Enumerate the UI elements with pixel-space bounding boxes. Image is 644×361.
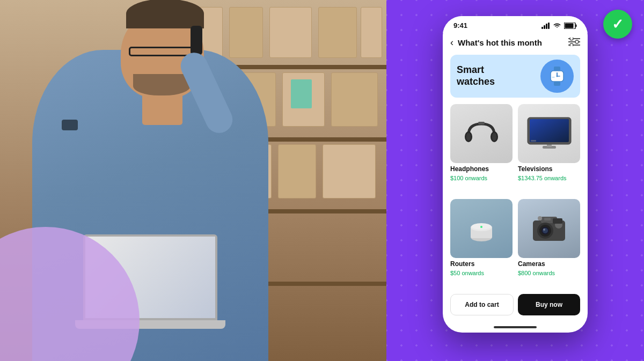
product-name-cameras: Cameras	[518, 260, 580, 268]
phone-time: 9:41	[453, 21, 467, 30]
product-name-routers: Routers	[450, 260, 513, 268]
person-glasses	[129, 47, 193, 56]
person-phone	[191, 26, 202, 55]
box	[361, 7, 382, 57]
svg-rect-15	[554, 82, 560, 86]
product-card-headphones[interactable]: Headphones $100 onwards	[450, 104, 513, 194]
svg-point-45	[538, 216, 542, 220]
product-name-televisions: Televisions	[518, 165, 580, 173]
svg-rect-47	[553, 218, 562, 224]
svg-point-44	[543, 229, 545, 231]
product-image-televisions	[518, 104, 580, 163]
product-card-routers[interactable]: Routers $50 onwards	[450, 199, 513, 289]
check-icon: ✓	[612, 17, 624, 31]
check-badge: ✓	[603, 10, 632, 39]
svg-point-11	[575, 40, 579, 43]
svg-rect-2	[546, 24, 547, 29]
smart-watches-banner[interactable]: Smart watches	[450, 55, 580, 98]
buy-now-button[interactable]: Buy now	[518, 294, 580, 315]
banner-title-line1: Smart	[457, 64, 495, 76]
svg-rect-13	[554, 67, 560, 71]
filter-button[interactable]	[568, 38, 580, 48]
phone-header-left: ‹ What's hot this month	[450, 37, 542, 48]
product-price-cameras: $800 onwards	[518, 270, 580, 276]
wifi-icon	[553, 23, 561, 29]
product-price-televisions: $1343.75 onwards	[518, 175, 580, 181]
smartwatch-icon	[546, 65, 568, 87]
svg-point-10	[570, 38, 573, 40]
phone-status-bar: 9:41	[443, 16, 588, 33]
svg-rect-5	[576, 24, 577, 27]
svg-rect-48	[544, 218, 551, 220]
svg-rect-1	[544, 25, 545, 29]
svg-rect-6	[565, 23, 574, 28]
page-title: What's hot this month	[458, 38, 542, 47]
svg-point-25	[491, 132, 497, 142]
product-name-headphones: Headphones	[450, 165, 513, 173]
add-to-cart-button[interactable]: Add to cart	[450, 294, 514, 315]
svg-rect-32	[531, 140, 536, 142]
product-price-routers: $50 onwards	[450, 270, 513, 276]
camera-image	[530, 214, 568, 244]
filter-icon	[568, 38, 580, 46]
phone-mockup: 9:41	[443, 16, 588, 333]
product-grid: Headphones $100 onwards	[450, 104, 580, 289]
phone-home-indicator	[494, 326, 537, 328]
svg-rect-31	[530, 119, 569, 142]
svg-rect-26	[478, 122, 485, 124]
svg-rect-3	[548, 23, 550, 29]
person-hair	[126, 0, 204, 28]
svg-rect-0	[541, 27, 543, 29]
watch-icon-circle	[540, 60, 574, 93]
warehouse-photo	[0, 0, 386, 361]
product-image-headphones	[450, 104, 513, 163]
box	[229, 7, 263, 57]
headphones-image	[462, 114, 501, 153]
box	[331, 72, 378, 127]
signal-icon	[541, 23, 550, 29]
box	[278, 144, 316, 198]
banner-text-container: Smart watches	[457, 64, 495, 87]
svg-point-12	[570, 43, 573, 46]
right-section: ✓ 9:41	[386, 0, 644, 361]
router-image	[465, 212, 497, 245]
product-card-cameras[interactable]: Cameras $800 onwards	[518, 199, 580, 289]
person-beard	[133, 74, 191, 95]
banner-title-line2: watches	[457, 76, 495, 88]
phone-bottom-actions: Add to cart Buy now	[443, 289, 588, 324]
box	[269, 7, 312, 57]
product-image-cameras	[518, 199, 580, 258]
product-card-televisions[interactable]: Televisions $1343.75 onwards	[518, 104, 580, 194]
phone-status-icons	[541, 23, 577, 29]
svg-point-37	[480, 226, 482, 228]
box	[318, 7, 356, 57]
back-button[interactable]: ‹	[450, 37, 453, 48]
box-sticker	[291, 79, 312, 108]
svg-point-24	[465, 132, 472, 142]
photo-section	[0, 0, 386, 361]
product-image-routers	[450, 199, 513, 258]
box	[323, 144, 376, 198]
product-price-headphones: $100 onwards	[450, 175, 513, 181]
person-watch	[62, 120, 78, 130]
phone-header: ‹ What's hot this month	[450, 33, 580, 55]
svg-point-43	[543, 228, 548, 233]
tv-image	[526, 116, 572, 151]
battery-icon	[564, 23, 577, 29]
phone-content: ‹ What's hot this month	[443, 33, 588, 289]
